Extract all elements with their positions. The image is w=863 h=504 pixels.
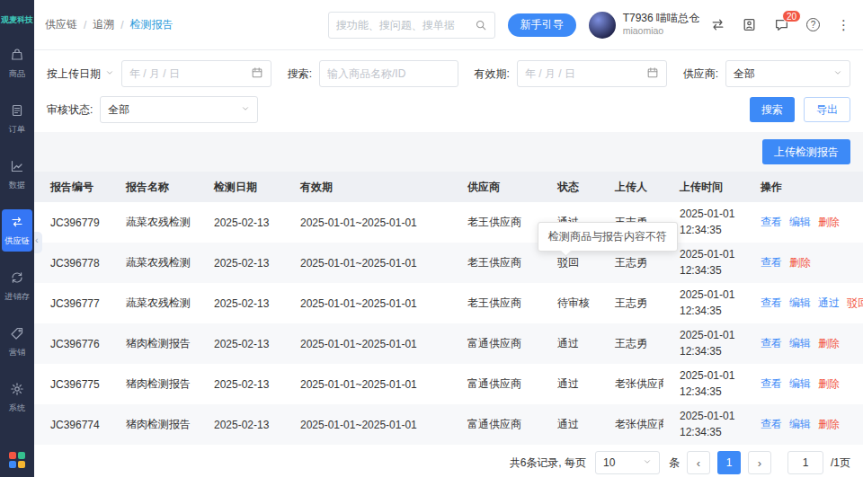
row-action-primary[interactable]: 编辑 [789, 216, 811, 228]
filter-panel: 按上传日期 年 / 月 / 日 搜索: 有效期: 年 / 月 / 日 供应商: [34, 50, 863, 132]
breadcrumb-item[interactable]: 追溯 [93, 17, 114, 32]
report-name-cell: 猪肉检测报告 [110, 404, 198, 445]
pagination: 共6条记录, 每页 10 条 ‹ 1 › /1页 [34, 445, 863, 481]
status-cell: 待审核 [541, 283, 599, 323]
validity-date-input[interactable]: 年 / 月 / 日 [517, 60, 667, 87]
export-button[interactable]: 导出 [804, 97, 850, 122]
row-action-primary[interactable]: 通过 [818, 296, 840, 309]
product-search-box[interactable] [319, 60, 458, 87]
global-search-box[interactable] [328, 12, 495, 39]
report-name-cell: 蔬菜农残检测 [110, 283, 198, 323]
upload-date-input[interactable]: 年 / 月 / 日 [121, 60, 271, 87]
product-search-input[interactable] [327, 67, 450, 80]
column-header-6: 上传人 [599, 172, 663, 202]
actions-cell: 查看编辑删除 [744, 404, 863, 445]
column-header-3: 有效期 [284, 172, 451, 202]
row-action-primary[interactable]: 查看 [761, 256, 782, 269]
avatar[interactable] [589, 12, 616, 39]
breadcrumb-current: 检测报告 [130, 17, 173, 32]
audit-status-select[interactable]: 全部 [100, 96, 258, 123]
sidebar-item-orders[interactable]: 订单 [2, 98, 32, 140]
contacts-icon[interactable] [742, 17, 757, 32]
page-size-select[interactable]: 10 [595, 451, 660, 474]
search-label: 搜索: [288, 66, 312, 82]
total-pages-text: /1页 [831, 455, 850, 471]
upload-time-cell: 2025-01-0112:34:35 [663, 323, 744, 364]
apps-grid-icon[interactable] [9, 452, 25, 468]
row-action-danger[interactable]: 删除 [818, 216, 840, 228]
supplier-cell: 富通供应商 [451, 323, 541, 364]
table-row: JC396774猪肉检测报告2025-02-132025-01-01~2025-… [34, 404, 863, 445]
search-icon[interactable] [475, 19, 487, 31]
newbie-guide-button[interactable]: 新手引导 [508, 13, 576, 37]
more-menu-icon[interactable]: ⋮ [837, 18, 850, 31]
sidebar-nav: 商品订单数据供应链进销存营销系统 [0, 42, 34, 432]
chevron-down-icon [105, 67, 114, 80]
app-logo: 观麦科技 [0, 0, 34, 35]
supply-icon [10, 215, 24, 232]
row-action-danger[interactable]: 删除 [818, 418, 840, 430]
row-action-danger[interactable]: 删除 [789, 256, 811, 269]
global-search-input[interactable] [336, 19, 475, 31]
row-action-primary[interactable]: 查看 [761, 337, 782, 349]
row-action-primary[interactable]: 查看 [761, 418, 782, 430]
sidebar-collapse-handle[interactable] [34, 232, 42, 253]
sidebar-item-system[interactable]: 系统 [2, 376, 32, 419]
supplier-cell: 富通供应商 [451, 364, 541, 404]
supplier-cell: 富通供应商 [451, 404, 541, 445]
sidebar-item-goods[interactable]: 商品 [2, 42, 32, 84]
row-action-danger[interactable]: 删除 [818, 377, 840, 390]
row-action-primary[interactable]: 编辑 [789, 296, 811, 309]
sidebar-item-data[interactable]: 数据 [2, 154, 32, 196]
sidebar-item-marketing[interactable]: 营销 [2, 321, 32, 363]
upload-report-button[interactable]: 上传检测报告 [762, 139, 850, 164]
breadcrumb-item[interactable]: 供应链 [45, 17, 77, 32]
user-name: T7936 喵喵总仓 [623, 12, 699, 25]
orders-icon [10, 103, 24, 120]
column-header-5: 状态 [541, 172, 599, 202]
table-toolbar: 上传检测报告 [34, 132, 863, 172]
status-cell: 通过 [541, 364, 599, 404]
row-action-primary[interactable]: 查看 [761, 216, 782, 228]
messages-icon[interactable]: 20 [774, 17, 789, 32]
report-id-cell: JC396774 [34, 404, 110, 445]
test-date-cell: 2025-02-13 [198, 202, 284, 243]
date-type-select[interactable]: 按上传日期 [47, 66, 114, 82]
prev-page-button[interactable]: ‹ [687, 451, 710, 474]
row-action-primary[interactable]: 编辑 [789, 337, 811, 349]
row-action-primary[interactable]: 编辑 [789, 418, 811, 430]
switch-account-icon[interactable] [710, 17, 725, 32]
records-total-text: 共6条记录, 每页 [510, 455, 586, 471]
table-row: JC396775猪肉检测报告2025-02-132025-01-01~2025-… [34, 364, 863, 404]
supplier-select[interactable]: 全部 [725, 60, 850, 87]
actions-cell: 查看编辑删除 [744, 323, 863, 364]
table-row: JC396779蔬菜农残检测2025-02-132025-01-01~2025-… [34, 202, 863, 243]
page-jump-input[interactable] [787, 451, 823, 474]
inventory-icon [10, 270, 24, 287]
chevron-down-icon [241, 103, 250, 116]
report-name-cell: 猪肉检测报告 [110, 364, 198, 404]
uploader-cell: 王志勇 [599, 323, 663, 364]
row-action-danger[interactable]: 删除 [818, 337, 840, 349]
help-icon[interactable]: ? [806, 18, 820, 31]
report-id-cell: JC396778 [34, 243, 110, 283]
upload-time-cell: 2025-01-0112:34:35 [663, 404, 744, 445]
validity-cell: 2025-01-01~2025-01-01 [284, 364, 451, 404]
next-page-button[interactable]: › [748, 451, 771, 474]
page-size-unit: 条 [669, 455, 680, 471]
row-action-primary[interactable]: 查看 [761, 377, 782, 390]
report-id-cell: JC396779 [34, 202, 110, 243]
supplier-cell: 老王供应商 [451, 243, 541, 283]
top-header: 供应链 / 追溯 / 检测报告 新手引导 T7936 喵喵总仓 miaomiao [34, 0, 863, 50]
sidebar-item-label: 订单 [9, 124, 25, 136]
current-page-button[interactable]: 1 [717, 451, 741, 474]
search-button[interactable]: 搜索 [750, 97, 795, 122]
row-action-primary[interactable]: 编辑 [789, 377, 811, 390]
sidebar-item-supply[interactable]: 供应链 [2, 209, 32, 252]
sidebar-item-inventory[interactable]: 进销存 [2, 265, 32, 307]
user-block[interactable]: T7936 喵喵总仓 miaomiao [589, 12, 699, 39]
column-header-1: 报告名称 [110, 172, 198, 202]
supplier-cell: 老王供应商 [451, 202, 541, 243]
row-action-primary[interactable]: 查看 [761, 296, 782, 309]
row-action-danger[interactable]: 驳回 [847, 296, 863, 309]
